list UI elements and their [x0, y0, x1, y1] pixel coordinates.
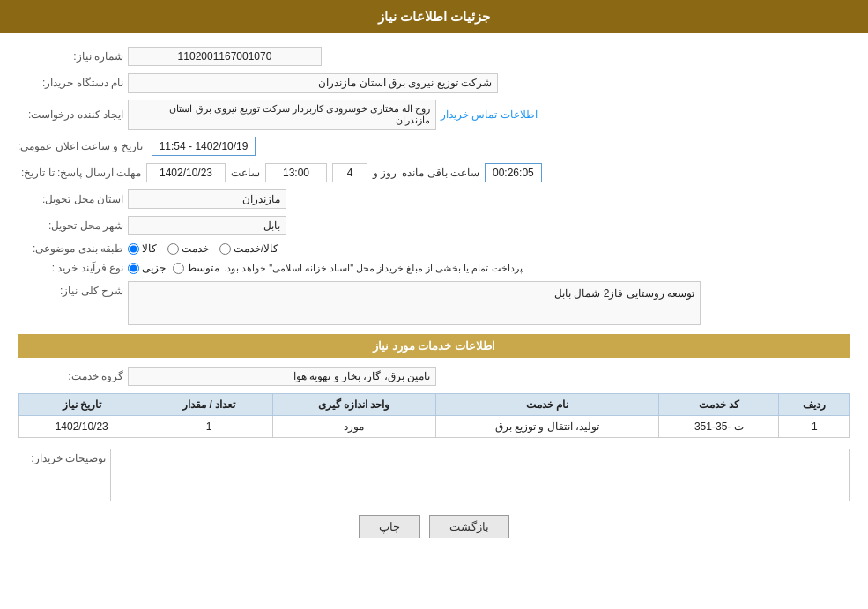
announce-date-value: 1402/10/19 - 11:54: [152, 137, 256, 156]
province-value: مازندران: [128, 189, 286, 209]
back-button[interactable]: بازگشت: [429, 515, 509, 538]
description-value: توسعه روستایی فاز2 شمال بابل: [128, 281, 701, 325]
purchase-option-medium[interactable]: متوسط: [173, 262, 219, 274]
purchase-radio-minor[interactable]: [128, 263, 139, 274]
province-label: استان محل تحویل:: [18, 193, 123, 205]
deadline-label: مهلت ارسال پاسخ: تا تاریخ:: [18, 167, 141, 179]
category-option-service[interactable]: خدمت: [167, 242, 209, 255]
col-name: نام خدمت: [435, 394, 659, 416]
description-label: شرح کلی نیاز:: [18, 281, 123, 297]
services-table: ردیف کد خدمت نام خدمت واحد اندازه گیری ت…: [18, 393, 850, 438]
city-label: شهر محل تحویل:: [18, 219, 123, 232]
button-group: بازگشت چاپ: [18, 515, 850, 538]
remaining-label: ساعت باقی مانده: [402, 167, 479, 179]
purchase-radio-medium[interactable]: [173, 263, 184, 274]
page-title: جزئیات اطلاعات نیاز: [0, 0, 868, 33]
purchase-option-minor[interactable]: جزیی: [128, 262, 166, 274]
category-radio-service[interactable]: [167, 243, 179, 255]
category-label: طبقه بندی موضوعی:: [18, 242, 123, 255]
announce-label: تاریخ و ساعت اعلان عمومی:: [18, 140, 143, 152]
service-group-value: تامین برق، گاز، بخار و تهویه هوا: [128, 367, 436, 386]
category-option-service-goods[interactable]: کالا/خدمت: [219, 242, 278, 255]
purchase-note: پرداخت تمام یا بخشی از مبلغ خریداز محل "…: [224, 263, 523, 274]
category-radio-service-goods[interactable]: [219, 243, 231, 255]
col-date: تاریخ نیاز: [19, 394, 145, 416]
category-radio-goods[interactable]: [128, 243, 139, 255]
city-value: بابل: [128, 216, 286, 235]
buyer-org-label: نام دستگاه خریدار:: [18, 77, 123, 89]
col-qty: تعداد / مقدار: [145, 394, 272, 416]
remaining-time-value: 00:26:05: [485, 163, 542, 182]
col-unit: واحد اندازه گیری: [272, 394, 435, 416]
buyer-desc-label: توضیحات خریدار:: [18, 449, 106, 464]
creator-label: ایجاد کننده درخواست:: [18, 108, 123, 121]
services-section-title: اطلاعات خدمات مورد نیاز: [18, 334, 850, 358]
creator-value: روح اله مختاری خوشرودی کاربرداز شرکت توز…: [128, 100, 436, 130]
category-radio-group: کالا/خدمت خدمت کالا: [128, 242, 278, 255]
print-button[interactable]: چاپ: [359, 515, 420, 538]
contact-link[interactable]: اطلاعات تماس خریدار: [441, 108, 538, 121]
buyer-desc-textarea[interactable]: [110, 449, 850, 501]
deadline-time-value: 13:00: [265, 163, 327, 182]
service-group-label: گروه خدمت:: [18, 370, 123, 382]
time-label: ساعت: [231, 167, 260, 179]
day-label: روز و: [373, 167, 397, 179]
deadline-date-value: 1402/10/23: [146, 163, 226, 182]
buyer-org-value: شرکت توزیع نیروی برق استان مازندران: [128, 73, 498, 93]
col-index: ردیف: [779, 394, 850, 416]
purchase-type-label: نوع فرآیند خرید :: [18, 262, 123, 274]
deadline-days-value: 4: [332, 163, 367, 182]
need-number-value: 1102001167001070: [128, 47, 322, 66]
table-row: 1ت -35-351تولید، انتقال و توزیع برقمورد1…: [19, 416, 850, 438]
category-option-goods[interactable]: کالا: [128, 242, 157, 255]
col-code: کد خدمت: [659, 394, 779, 416]
purchase-radio-group: متوسط جزیی: [128, 262, 219, 274]
need-number-label: شماره نیاز:: [18, 50, 123, 63]
